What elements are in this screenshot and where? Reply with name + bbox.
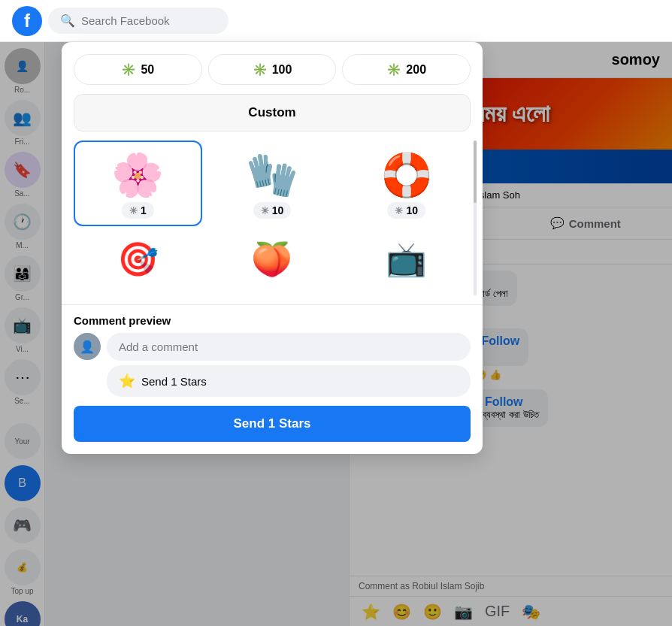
peach-emoji: 🍑 xyxy=(251,243,292,276)
comment-preview-row: 👤 ⭐ Send 1 Stars xyxy=(74,333,471,397)
preview-avatar: 👤 xyxy=(74,333,101,360)
custom-button[interactable]: Custom xyxy=(74,94,471,132)
star-small-icon: ✳ xyxy=(395,205,403,216)
star-amount-200[interactable]: ✳️ 200 xyxy=(342,54,471,85)
emoji-tv[interactable]: 📺 xyxy=(342,235,471,295)
star-amount-100[interactable]: ✳️ 100 xyxy=(208,54,337,85)
target-emoji: 🎯 xyxy=(117,243,159,276)
fb-logo: f xyxy=(12,6,42,36)
star-200-icon: ✳️ xyxy=(386,62,401,77)
gloves-cost: ✳ 10 xyxy=(253,202,292,219)
emoji-grid-container: 🌸 ✳ 1 🧤 ✳ 10 🛟 ✳ 10 xyxy=(74,141,471,295)
star-amount-50[interactable]: ✳️ 50 xyxy=(74,54,202,85)
comment-preview: Comment preview 👤 ⭐ Send 1 Stars xyxy=(74,314,471,397)
emoji-partial-row: 🎯 🍑 📺 xyxy=(74,235,471,295)
send-stars-button[interactable]: Send 1 Stars xyxy=(74,406,471,442)
search-bar[interactable]: 🔍 xyxy=(48,8,229,34)
search-input[interactable] xyxy=(81,14,216,27)
send-stars-preview: ⭐ Send 1 Stars xyxy=(107,365,471,397)
gloves-emoji: 🧤 xyxy=(246,154,298,196)
comment-preview-content: ⭐ Send 1 Stars xyxy=(107,333,471,397)
stars-modal: ✳️ 50 ✳️ 100 ✳️ 200 Custom 🌸 ✳ 1 🧤 xyxy=(62,42,483,454)
lifebuoy-emoji: 🛟 xyxy=(380,154,433,196)
emoji-peach[interactable]: 🍑 xyxy=(208,235,337,295)
send-stars-preview-label: Send 1 Stars xyxy=(141,375,207,388)
flower-emoji: 🌸 xyxy=(111,154,164,196)
scrollbar-thumb[interactable] xyxy=(474,141,477,202)
star-100-icon: ✳️ xyxy=(253,62,268,77)
flower-cost: ✳ 1 xyxy=(122,202,154,219)
star-small-icon: ✳ xyxy=(129,205,138,216)
add-comment-input[interactable] xyxy=(107,333,471,361)
star-small-icon: ✳ xyxy=(261,205,269,216)
tv-emoji: 📺 xyxy=(386,243,427,276)
star-50-label: 50 xyxy=(141,63,154,77)
lifebuoy-cost: ✳ 10 xyxy=(387,202,425,219)
emoji-lifebuoy[interactable]: 🛟 ✳ 10 xyxy=(342,141,471,226)
emoji-flower[interactable]: 🌸 ✳ 1 xyxy=(74,141,202,226)
emoji-gloves[interactable]: 🧤 ✳ 10 xyxy=(208,141,337,226)
emoji-grid: 🌸 ✳ 1 🧤 ✳ 10 🛟 ✳ 10 xyxy=(74,141,471,226)
star-amounts-row: ✳️ 50 ✳️ 100 ✳️ 200 xyxy=(74,54,471,85)
star-200-label: 200 xyxy=(406,63,426,77)
gold-star-icon: ⭐ xyxy=(119,373,135,389)
star-50-icon: ✳️ xyxy=(121,62,136,77)
search-icon: 🔍 xyxy=(60,14,75,28)
comment-preview-title: Comment preview xyxy=(74,314,471,327)
fb-header: f 🔍 xyxy=(0,0,672,42)
scrollbar-track xyxy=(474,141,477,295)
star-100-label: 100 xyxy=(272,63,292,77)
emoji-target[interactable]: 🎯 xyxy=(74,235,202,295)
